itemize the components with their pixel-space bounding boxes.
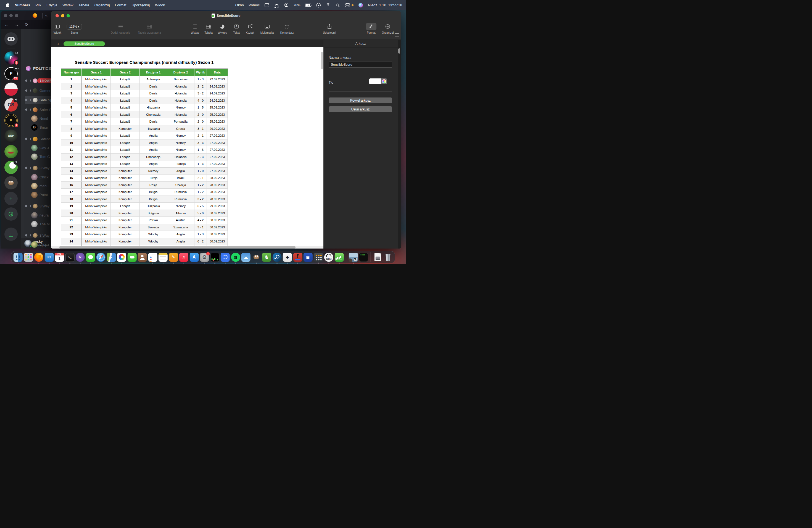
cell[interactable]: 4 - 0 — [194, 97, 207, 104]
cell[interactable]: Austria — [167, 217, 194, 224]
sidebar-toggle-icon[interactable] — [395, 33, 399, 36]
cell[interactable]: 14 — [61, 167, 82, 175]
dock-gimp[interactable] — [251, 251, 261, 263]
cell[interactable]: 22.09.2023 — [207, 76, 228, 83]
cell[interactable]: Francja — [167, 160, 194, 167]
cell[interactable]: Mirko Wampirko — [82, 175, 111, 182]
cell[interactable]: 28.09.2023 — [207, 181, 228, 189]
cell[interactable]: Dania — [140, 118, 167, 126]
play-menu-icon[interactable] — [316, 3, 321, 8]
close-button[interactable] — [4, 14, 7, 17]
cell[interactable]: Polska — [140, 217, 167, 224]
cell[interactable]: Anglia — [167, 238, 194, 245]
results-table[interactable]: Numer gryGracz 1Gracz 2Drużyna 1Drużyna … — [61, 69, 228, 249]
toolbar-organizuj-button[interactable]: Organizuj — [382, 23, 394, 34]
cell[interactable]: Mirko Wampirko — [82, 217, 111, 224]
cell[interactable]: Komputer — [111, 167, 140, 175]
cell[interactable]: 6 - 5 — [194, 203, 207, 210]
cell[interactable]: Łabądź — [111, 97, 140, 104]
cell[interactable]: Mirko Wampirko — [82, 195, 111, 203]
cell[interactable]: Belgia — [140, 195, 167, 203]
cell[interactable]: 25.09.2023 — [207, 104, 228, 111]
menu-edycja[interactable]: Edycja — [46, 3, 57, 7]
wifi-icon[interactable] — [325, 3, 331, 8]
menu-widok[interactable]: Widok — [155, 3, 165, 7]
column-header-numer-gry[interactable]: Numer gry — [61, 69, 82, 76]
cell[interactable]: 20 — [61, 210, 82, 217]
dock-calendar[interactable]: PAŹ1 — [55, 251, 64, 263]
cell[interactable]: Chorwacja — [140, 111, 167, 118]
cell[interactable]: Holandia — [167, 111, 194, 118]
cell[interactable]: 27.09.2023 — [207, 146, 228, 153]
cell[interactable]: 1 - 2 — [194, 181, 207, 189]
cell[interactable]: 2 - 0 — [194, 111, 207, 118]
cell[interactable]: 8 — [61, 125, 82, 132]
cell[interactable]: 12 — [61, 153, 82, 160]
toolbar-format-button[interactable]: Format — [366, 23, 376, 34]
cell[interactable]: 1 - 6 — [194, 146, 207, 153]
cell[interactable]: 3 - 1 — [194, 125, 207, 132]
cell[interactable]: Komputer — [111, 238, 140, 245]
dock-minimized-preview[interactable] — [349, 251, 358, 263]
cell[interactable]: 1 - 3 — [194, 160, 207, 167]
forward-icon[interactable]: → — [15, 22, 19, 27]
cell[interactable]: Rumunia — [167, 195, 194, 203]
cell[interactable]: Mirko Wampirko — [82, 189, 111, 196]
cell[interactable]: 23 — [61, 231, 82, 238]
color-swatch-white[interactable] — [369, 78, 381, 84]
cell[interactable]: Holandia — [167, 90, 194, 97]
cell[interactable]: 25.09.2023 — [207, 111, 228, 118]
cell[interactable]: Komputer — [111, 175, 140, 182]
cell[interactable]: Antwerpia — [140, 76, 167, 83]
cell[interactable]: Szkocja — [167, 181, 194, 189]
column-header-gracz-1[interactable]: Gracz 1 — [82, 69, 111, 76]
cell[interactable]: Hiszpania — [140, 203, 167, 210]
firefox-traffic-lights[interactable] — [1, 14, 25, 17]
cell[interactable]: 24.09.2023 — [207, 83, 228, 90]
dock-steam[interactable] — [272, 251, 281, 263]
avatar[interactable] — [24, 240, 32, 247]
cell[interactable]: 30.09.2023 — [207, 217, 228, 224]
cell[interactable]: Łabądź — [111, 146, 140, 153]
column-header-drużyna-2[interactable]: Drużyna 2 — [167, 69, 194, 76]
cell[interactable]: Łabądź — [111, 118, 140, 126]
server-orp[interactable]: ORP — [4, 130, 18, 143]
cell[interactable]: Mirko Wampirko — [82, 181, 111, 189]
color-wheel-icon[interactable] — [382, 79, 386, 84]
column-header-data[interactable]: Data — [207, 69, 228, 76]
cell[interactable]: Niemcy — [167, 146, 194, 153]
cell[interactable]: Mirko Wampirko — [82, 153, 111, 160]
user-account-icon[interactable] — [284, 3, 289, 8]
cell[interactable]: 27.09.2023 — [207, 139, 228, 146]
cell[interactable]: Komputer — [111, 210, 140, 217]
cell[interactable]: 24.09.2023 — [207, 97, 228, 104]
cell[interactable]: Łabądź — [111, 76, 140, 83]
cell[interactable]: 26.09.2023 — [207, 125, 228, 132]
cell[interactable]: 27.09.2023 — [207, 132, 228, 140]
cell[interactable]: 28.09.2023 — [207, 175, 228, 182]
cell[interactable]: Łabądź — [111, 104, 140, 111]
cell[interactable]: 24.09.2023 — [207, 90, 228, 97]
cell[interactable]: 1 - 3 — [194, 231, 207, 238]
cell[interactable]: Barcelona — [167, 76, 194, 83]
toolbar-kształt-button[interactable]: Kształt — [246, 23, 254, 34]
cell[interactable]: 2 - 0 — [194, 118, 207, 126]
cell[interactable]: Niemcy — [167, 139, 194, 146]
cell[interactable]: Łabądź — [111, 90, 140, 97]
cell[interactable]: 30.09.2023 — [207, 210, 228, 217]
control-center-icon[interactable] — [345, 3, 350, 8]
sheet-tab-sensiblescore[interactable]: SensibleScore — [63, 41, 105, 46]
cell[interactable]: Łabądź — [111, 139, 140, 146]
cell[interactable]: Włochy — [140, 231, 167, 238]
cell[interactable]: 28.09.2023 — [207, 195, 228, 203]
server-recovery-wing[interactable]: ♥1 — [4, 114, 18, 127]
toolbar-zoom-button[interactable]: 125% ▾Zoom — [67, 23, 82, 34]
menu-wstaw[interactable]: Wstaw — [62, 3, 73, 7]
dock-mail[interactable]: ✉ — [44, 251, 54, 263]
dock-photos[interactable] — [117, 251, 126, 263]
menu-tabela[interactable]: Tabela — [78, 3, 89, 7]
cell[interactable]: Rumunia — [167, 189, 194, 196]
cell[interactable]: Bułgaria — [140, 210, 167, 217]
menu-okno[interactable]: Okno — [235, 3, 244, 7]
cell[interactable]: Łabądź — [111, 83, 140, 90]
